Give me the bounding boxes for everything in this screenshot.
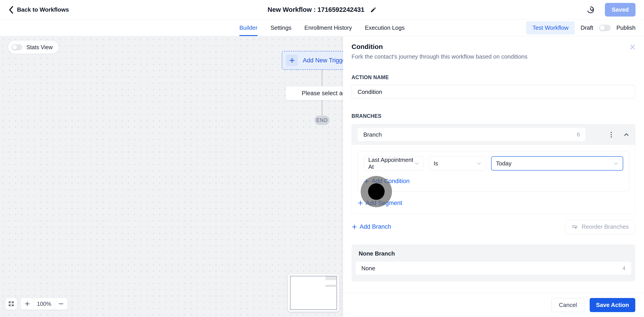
branch-card: Branch 6 Last Appointment At <box>352 124 635 214</box>
condition-operator-select[interactable]: Is <box>429 156 486 170</box>
minimap-viewport[interactable] <box>290 276 337 310</box>
reorder-branches-button[interactable]: Reorder Branches <box>565 220 635 234</box>
chevron-down-icon <box>414 161 419 166</box>
branches-label: BRANCHES <box>352 113 635 119</box>
close-icon[interactable]: ✕ <box>628 42 637 53</box>
condition-value-select[interactable]: Today <box>491 156 623 170</box>
chevron-left-icon <box>8 6 14 14</box>
test-workflow-button[interactable]: Test Workflow <box>526 21 575 34</box>
reorder-branches-label: Reorder Branches <box>582 223 629 230</box>
condition-value-value: Today <box>496 160 512 167</box>
condition-field-select[interactable]: Last Appointment At <box>364 156 424 170</box>
add-segment-link[interactable]: Add Segment <box>358 200 402 206</box>
zoom-level: 100% <box>34 298 54 310</box>
plus-icon <box>364 178 370 184</box>
plus-icon <box>352 224 357 230</box>
stats-view-label: Stats View <box>26 44 53 50</box>
add-branch-label: Add Branch <box>360 223 391 230</box>
chevron-down-icon <box>476 161 482 166</box>
please-select-action-label: Please select action <box>302 90 343 97</box>
reorder-icon <box>571 224 578 230</box>
top-header: Back to Workflows New Workflow : 1716592… <box>0 0 644 20</box>
branch-name-value: Branch <box>363 131 382 138</box>
panel-footer: Cancel Save Action <box>343 293 644 317</box>
back-to-workflows-button[interactable]: Back to Workflows <box>8 6 69 14</box>
workflow-title-group: New Workflow : 1716592242431 <box>268 6 376 14</box>
none-branch-value: None <box>361 265 375 272</box>
draft-label: Draft <box>580 24 593 31</box>
panel-title: Condition <box>352 43 635 50</box>
tab-enrollment-history[interactable]: Enrollment History <box>304 20 352 36</box>
minimap[interactable] <box>288 274 339 312</box>
branch-body: Last Appointment At Is Tod <box>352 151 635 214</box>
publish-label: Publish <box>616 24 636 31</box>
expand-icon <box>8 301 14 307</box>
none-branch-char-count: 4 <box>622 265 626 272</box>
edit-pencil-icon[interactable] <box>370 7 376 13</box>
add-new-trigger-node[interactable]: Add New Trigger <box>282 51 343 70</box>
branch-name-char-count: 6 <box>577 132 580 138</box>
fit-to-screen-button[interactable] <box>5 298 17 310</box>
add-branch-link[interactable]: Add Branch <box>352 223 391 230</box>
minimap-action-node <box>326 285 337 287</box>
add-condition-link[interactable]: Add Condition <box>364 178 410 185</box>
condition-field-value: Last Appointment At <box>368 156 414 170</box>
zoom-out-button[interactable] <box>54 298 68 310</box>
add-condition-label: Add Condition <box>372 178 410 185</box>
tab-builder[interactable]: Builder <box>239 20 258 36</box>
branch-name-input[interactable]: Branch 6 <box>358 128 586 141</box>
branch-header: Branch 6 <box>352 124 635 145</box>
tab-settings[interactable]: Settings <box>270 20 291 36</box>
tab-execution-logs[interactable]: Execution Logs <box>365 20 405 36</box>
action-name-input[interactable]: Condition <box>352 85 635 99</box>
end-label: END <box>316 117 328 124</box>
none-branch-title: None Branch <box>359 250 631 257</box>
back-label: Back to Workflows <box>17 6 69 13</box>
panel-subtitle: Fork the contact's journey through this … <box>352 53 635 60</box>
add-segment-label: Add Segment <box>366 200 402 206</box>
zoom-controls: 100% <box>20 298 68 310</box>
condition-settings-panel: ✕ Condition Fork the contact's journey t… <box>343 36 644 317</box>
action-name-label: ACTION NAME <box>352 74 635 80</box>
cancel-button[interactable]: Cancel <box>552 298 584 312</box>
plus-icon <box>358 200 363 206</box>
end-node: END <box>314 116 330 125</box>
stats-view-toggle[interactable] <box>12 44 22 50</box>
page-title: New Workflow : 1716592242431 <box>268 6 364 14</box>
condition-segment-card: Last Appointment At Is Tod <box>358 151 629 192</box>
save-action-button[interactable]: Save Action <box>590 298 635 312</box>
please-select-action-node[interactable]: Please select action <box>286 86 343 100</box>
condition-operator-value: Is <box>434 160 438 167</box>
zoom-in-button[interactable] <box>20 298 34 310</box>
version-history-icon[interactable] <box>586 6 594 14</box>
stats-view-toggle-pill[interactable]: Stats View <box>8 41 58 54</box>
minimap-trigger-node <box>326 276 336 280</box>
none-branch-input[interactable]: None 4 <box>356 262 631 275</box>
tab-bar: Builder Settings Enrollment History Exec… <box>0 20 644 36</box>
plus-icon <box>286 54 298 66</box>
add-new-trigger-label: Add New Trigger <box>303 57 343 64</box>
saved-button[interactable]: Saved <box>605 3 636 16</box>
branch-menu-icon[interactable] <box>610 131 613 138</box>
none-branch-card: None Branch None 4 <box>352 244 635 281</box>
workflow-canvas[interactable]: Stats View Add New Trigger Please select… <box>0 36 343 317</box>
chevron-up-icon[interactable] <box>624 132 629 138</box>
chevron-down-icon <box>613 161 618 166</box>
publish-toggle[interactable] <box>599 24 611 31</box>
